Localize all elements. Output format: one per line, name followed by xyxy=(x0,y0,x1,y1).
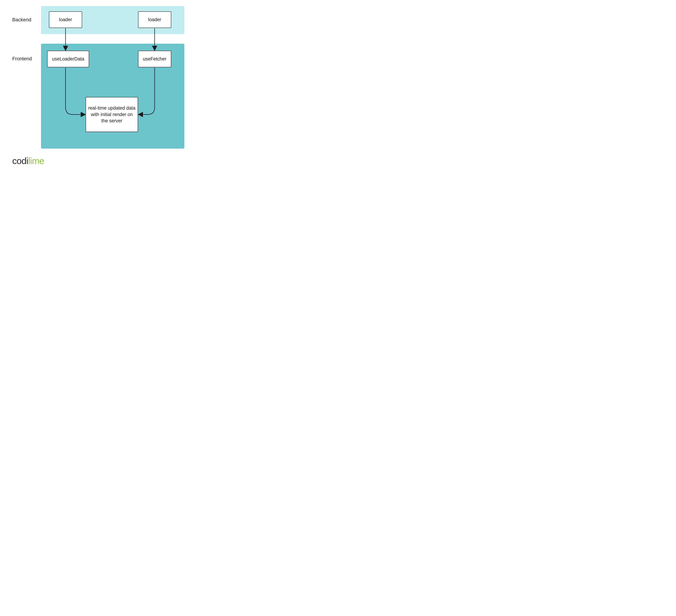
logo-part1: codi xyxy=(12,156,28,166)
arrow-usefetcher-to-result xyxy=(139,68,155,114)
codilime-logo: codilime xyxy=(12,156,44,166)
arrows-svg xyxy=(0,0,192,157)
logo-part2: lime xyxy=(28,156,44,166)
arrow-useloaderdata-to-result xyxy=(65,68,85,114)
